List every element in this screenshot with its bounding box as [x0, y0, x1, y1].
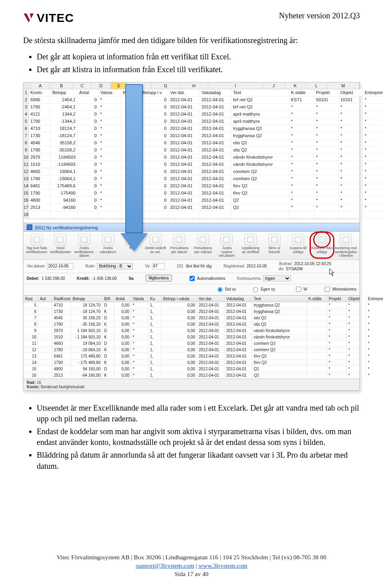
- excel-col-header[interactable]: E: [111, 83, 127, 89]
- excel-column-headers[interactable]: ABCDEFGHIJKLM: [24, 83, 359, 89]
- excel-row[interactable]: [29, 211, 383, 218]
- av-label: Av: [279, 267, 284, 271]
- kredit-value: -1 436 138,00: [92, 276, 117, 281]
- excel-row[interactable]: 1790-19064,10*102012-04-012012-04-01comh…: [29, 175, 383, 183]
- mgtkontera-button[interactable]: Mgtkontera: [146, 275, 172, 281]
- excel-row[interactable]: 41211344,20*102012-04-012012-04-01april …: [29, 111, 383, 118]
- footer-site-link[interactable]: www.3lsystem.com: [199, 562, 247, 569]
- excel-col-header[interactable]: G: [152, 83, 180, 89]
- grid-row[interactable]: 7454635 158,20D0,00*1,0,002012-04-012012…: [24, 315, 359, 321]
- view-minireskontra-check[interactable]: Minireskontra: [323, 285, 356, 293]
- toolbar-btn-period-date[interactable]: Periodisera per datum: [168, 234, 190, 258]
- grid-row[interactable]: 15480094 160,00D0,00*1,0,002012-04-01201…: [24, 366, 359, 372]
- grid-row[interactable]: 929701 184 503,10D0,00*1,0,002012-04-012…: [24, 328, 359, 334]
- grid-col-header[interactable]: Rad: [24, 296, 38, 302]
- toolbar-btn-copy-clip[interactable]: Kopiera till urklipp: [287, 234, 309, 258]
- excel-col-header[interactable]: B: [50, 83, 73, 89]
- view-w-check[interactable]: W: [294, 285, 307, 293]
- list-item: Endast de koddelar som man har angivit s…: [37, 426, 360, 448]
- grid-col-header[interactable]: Belopp i valuta: [162, 296, 197, 302]
- grid-col-header[interactable]: Valutadag: [225, 296, 252, 302]
- rutin-select[interactable]: Bokföring - B: [97, 263, 133, 269]
- grid-row[interactable]: 101510-1 184 503,10K0,00*1,0,002012-04-0…: [24, 334, 359, 340]
- toolbar-btn-direct-print[interactable]: Direkt utskrift av ver.: [145, 234, 166, 258]
- toolbar-btn-re[interactable]: Re: [121, 234, 142, 258]
- toolbar-btn-remove-all[interactable]: Tag bort hela verifikationen: [26, 234, 47, 258]
- excel-col-header[interactable]: A: [31, 83, 50, 89]
- excel-row[interactable]: 471018124,70*102012-04-012012-04-01trygg…: [29, 125, 383, 132]
- view-egen-radio[interactable]: Egen vy: [251, 286, 275, 292]
- grid-col-header[interactable]: Valuta: [131, 296, 148, 302]
- grid-col-header[interactable]: Ku: [148, 296, 162, 302]
- app-grid[interactable]: RadAutRadKontoBeloppB/KAntalValutaKuBelo…: [24, 295, 359, 379]
- toolbar-btn-kontering[interactable]: kontering mot avräkningskto i klienten: [335, 234, 357, 258]
- excel-row[interactable]: 297011845030*102012-04-012012-04-01vändn…: [29, 154, 383, 161]
- grid-col-header[interactable]: RadKonto: [52, 296, 71, 302]
- obs-id: 201: [177, 264, 184, 268]
- excel-col-header[interactable]: I: [208, 83, 263, 89]
- excel-row-headers[interactable]: 123456789101112131415161718: [24, 89, 29, 218]
- grid-row[interactable]: 81790-35 158,20K0,00*1,0,002012-04-01201…: [24, 321, 359, 328]
- kontosumma-select[interactable]: Ingen: [263, 275, 291, 281]
- excel-col-header[interactable]: D: [91, 83, 111, 89]
- bullets-bottom: Utseendet är mer Excelliknande med alla …: [37, 403, 360, 472]
- excel-row[interactable]: 2513-941600*102012-04-012012-04-01Q2****: [29, 204, 383, 211]
- autokontera-checkbox[interactable]: Automatkontera: [188, 275, 225, 282]
- footer-email-link[interactable]: support@3lsystem.com: [136, 562, 194, 569]
- excel-col-header[interactable]: L: [306, 83, 327, 89]
- excel-col-header[interactable]: K: [285, 83, 306, 89]
- excel-col-header[interactable]: C: [73, 83, 91, 89]
- excel-row[interactable]: 454635158,20*102012-04-012012-04-01otis …: [29, 140, 383, 147]
- grid-col-header[interactable]: Antal: [114, 296, 131, 302]
- excel-row[interactable]: 69902454,10*102012-04-012012-04-01brf ne…: [29, 96, 383, 104]
- grid-col-header[interactable]: Text: [252, 296, 307, 302]
- excel-row[interactable]: 1790-1754900*102012-04-012012-04-01förv …: [29, 190, 383, 197]
- excel-row[interactable]: 1790-1344,20*102012-04-012012-04-01april…: [29, 118, 383, 125]
- excel-col-header[interactable]: F: [127, 83, 152, 89]
- grid-col-header[interactable]: K-ställe: [307, 296, 327, 302]
- app-titlebar[interactable]: [501] Ny verifikationsregistrering: [24, 223, 359, 232]
- grid-row[interactable]: 121790-19 064,10K0,00*1,0,002012-04-0120…: [24, 347, 359, 353]
- grid-row[interactable]: 5471018 124,70D0,00*1,0,002012-04-012012…: [24, 302, 359, 309]
- list-item: Det går att kopiera ut information från …: [37, 51, 360, 63]
- toolbar-btn-change-date[interactable]: Ändra verifikations-datum: [73, 234, 95, 258]
- grid-row[interactable]: 162513-94 160,00K0,00*1,0,002012-04-0120…: [24, 372, 359, 379]
- excel-row[interactable]: 1730-18124,70*102012-04-012012-04-01tryg…: [29, 132, 383, 140]
- intro-paragraph: De största skillnaderna jämför med den t…: [23, 35, 360, 46]
- grid-row[interactable]: 136481175 489,60D0,00*1,0,002012-04-0120…: [24, 353, 359, 360]
- toolbar-btn-unlock[interactable]: Upplåsning av verifikat: [240, 234, 261, 258]
- grid-col-header[interactable]: Entreprenad: [366, 296, 383, 302]
- grid-col-header[interactable]: B/K: [103, 296, 114, 302]
- excel-col-header[interactable]: H: [180, 83, 208, 89]
- toolbar-btn-label: Direkt utskrift av ver.: [145, 246, 166, 254]
- grid-row[interactable]: 141790-175 489,60K0,00*1,0,002012-04-012…: [24, 360, 359, 366]
- verdatum-field[interactable]: [47, 263, 73, 269]
- excel-row[interactable]: 6481175489,60*102012-04-012012-04-01förv…: [29, 183, 383, 190]
- toolbar-btn-period-month[interactable]: Periodisera per månad: [192, 234, 214, 258]
- grid-body[interactable]: 5471018 124,70D0,00*1,0,002012-04-012012…: [24, 302, 359, 379]
- view-std-radio[interactable]: Std vy: [215, 286, 236, 292]
- ve-field[interactable]: [152, 263, 165, 269]
- excel-grid[interactable]: KontoBeloppAntalValutaKursBelopp i vVer.…: [29, 89, 383, 218]
- toolbar-btn-change-rows[interactable]: Ändra radens ver.datum: [216, 234, 238, 258]
- excel-row[interactable]: 1790-2454,10*102012-04-012012-04-01brf n…: [29, 104, 383, 111]
- toolbar-btn-change-curr[interactable]: Ändra valutakurs: [97, 234, 119, 258]
- toolbar-btn-reverse[interactable]: Vänd verifikationen: [50, 234, 71, 258]
- excel-row[interactable]: 1790-35158,20*102012-04-012012-04-01otis…: [29, 147, 383, 154]
- toolbar-btn-paste-clip[interactable]: Klistra in från urklipp: [311, 234, 333, 258]
- grid-row[interactable]: 61730-18 124,70K0,00*1,0,002012-04-01201…: [24, 309, 359, 315]
- grid-row[interactable]: 11466019 064,10D0,00*1,0,002012-04-01201…: [24, 340, 359, 347]
- grid-col-header[interactable]: Aut: [38, 296, 52, 302]
- autokontera-input[interactable]: [190, 276, 195, 281]
- grid-col-header[interactable]: Objekt: [347, 296, 366, 302]
- excel-col-header[interactable]: J: [263, 83, 285, 89]
- excel-col-header[interactable]: M: [327, 83, 359, 89]
- copy-clip-icon: [292, 234, 304, 245]
- excel-row[interactable]: 4800941600*102012-04-012012-04-01Q2****: [29, 197, 383, 204]
- excel-row[interactable]: 466019064,10*102012-04-012012-04-01comhe…: [29, 168, 383, 175]
- excel-row[interactable]: 1510-11845030*102012-04-012012-04-01vänd…: [29, 161, 383, 168]
- grid-col-header[interactable]: Belopp: [71, 296, 103, 302]
- toolbar-btn-print-hist[interactable]: Skriv ut historik: [264, 234, 285, 258]
- grid-col-header[interactable]: Projekt: [327, 296, 347, 302]
- grid-col-header[interactable]: Ver.dat.: [197, 296, 225, 302]
